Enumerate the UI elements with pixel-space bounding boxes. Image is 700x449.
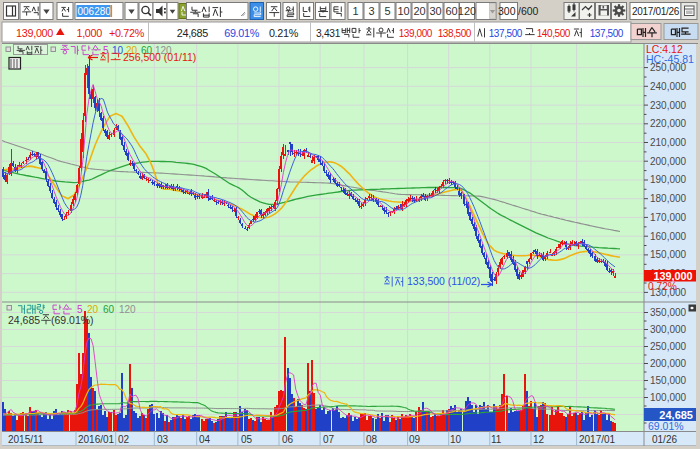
svg-text:140,500: 140,500	[537, 28, 571, 39]
svg-text:190,000: 190,000	[650, 174, 687, 185]
svg-text:137,500: 137,500	[489, 28, 523, 39]
svg-text:150,000: 150,000	[650, 375, 687, 386]
svg-text:300,000: 300,000	[650, 324, 687, 335]
svg-text:3: 3	[368, 5, 374, 17]
svg-text:100,000: 100,000	[650, 392, 687, 403]
svg-text:1,000: 1,000	[76, 27, 102, 39]
svg-text:350,000: 350,000	[650, 307, 687, 318]
svg-text:12: 12	[533, 434, 545, 445]
svg-text:09: 09	[409, 434, 421, 445]
svg-text:120: 120	[458, 5, 476, 17]
svg-text:60: 60	[103, 304, 115, 315]
svg-text:30: 30	[429, 5, 441, 17]
svg-text:250,000: 250,000	[650, 341, 687, 352]
svg-text:0.72%: 0.72%	[648, 281, 677, 292]
svg-text:0.21%: 0.21%	[269, 27, 299, 39]
svg-text:10: 10	[112, 45, 124, 56]
svg-text:69.01%: 69.01%	[224, 27, 260, 39]
svg-text:01/26: 01/26	[652, 434, 677, 445]
svg-text:06: 06	[282, 434, 294, 445]
svg-text:24,685: 24,685	[177, 27, 209, 39]
svg-text:200,000: 200,000	[650, 156, 687, 167]
svg-text:(69.01%): (69.01%)	[51, 314, 94, 326]
svg-text:2017/01: 2017/01	[579, 434, 616, 445]
svg-text:24,685: 24,685	[8, 314, 40, 326]
svg-text:139,000: 139,000	[399, 28, 433, 39]
svg-text:+0.72%: +0.72%	[109, 27, 145, 39]
svg-text:300: 300	[498, 5, 516, 17]
svg-text:180,000: 180,000	[650, 193, 687, 204]
svg-text:220,000: 220,000	[650, 118, 687, 129]
svg-text:03: 03	[157, 434, 169, 445]
svg-text:60: 60	[445, 5, 457, 17]
svg-text:133,500 (11/02): 133,500 (11/02)	[407, 275, 480, 287]
svg-text:20: 20	[413, 5, 425, 17]
svg-text:210,000: 210,000	[650, 137, 687, 148]
svg-text:170,000: 170,000	[650, 212, 687, 223]
svg-text:07: 07	[323, 434, 335, 445]
svg-text:5: 5	[384, 5, 390, 17]
svg-text:200,000: 200,000	[650, 358, 687, 369]
svg-text:02: 02	[118, 434, 130, 445]
svg-text:006280: 006280	[78, 6, 112, 17]
svg-text:/600: /600	[518, 5, 539, 17]
svg-text:150,000: 150,000	[650, 249, 687, 260]
svg-text:HC:-45.81: HC:-45.81	[646, 53, 694, 65]
svg-text:240,000: 240,000	[650, 81, 687, 92]
svg-text:69.01%: 69.01%	[648, 420, 684, 432]
svg-text:10: 10	[450, 434, 462, 445]
svg-text:04: 04	[199, 434, 211, 445]
svg-text:2016/01: 2016/01	[78, 434, 115, 445]
svg-text:08: 08	[366, 434, 378, 445]
svg-text:3,431: 3,431	[316, 28, 341, 39]
svg-text:137,500: 137,500	[590, 28, 624, 39]
svg-text:24,685: 24,685	[659, 409, 693, 421]
svg-text:120: 120	[119, 304, 136, 315]
svg-text:2015/11: 2015/11	[8, 434, 44, 445]
svg-text:11: 11	[491, 434, 502, 445]
svg-text:10: 10	[397, 5, 409, 17]
svg-text:230,000: 230,000	[650, 100, 687, 111]
svg-text:138,500: 138,500	[438, 28, 472, 39]
svg-text:05: 05	[241, 434, 253, 445]
svg-text:139,000: 139,000	[16, 27, 53, 39]
svg-text:160,000: 160,000	[650, 231, 687, 242]
svg-text:1: 1	[352, 5, 358, 17]
svg-text:2017/01/26: 2017/01/26	[632, 6, 680, 17]
svg-text:256,500 (01/11): 256,500 (01/11)	[123, 51, 196, 63]
